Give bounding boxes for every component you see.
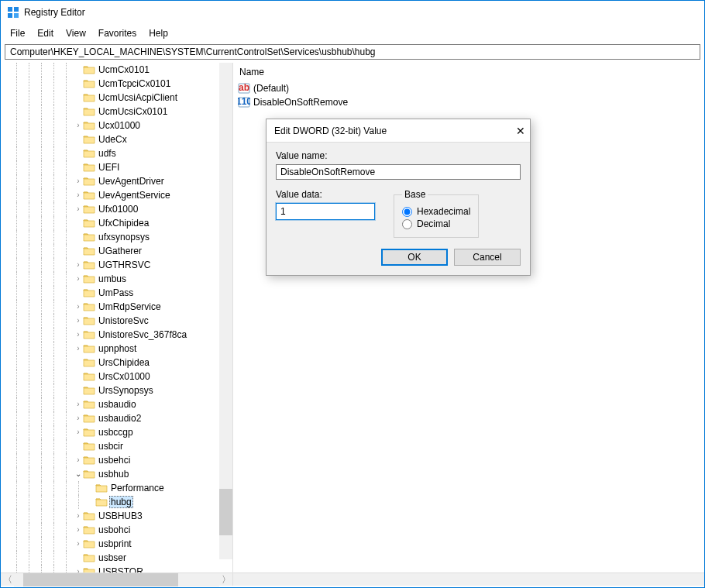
tree-item-label: usbhub (97, 469, 129, 480)
chevron-down-icon[interactable]: ⌄ (74, 469, 83, 479)
tree-item[interactable]: Performance (1, 481, 232, 495)
tree-item[interactable]: UcmUcsiAcpiClient (1, 91, 232, 105)
tree-item-label: UrsCx01000 (97, 371, 150, 382)
chevron-right-icon[interactable]: › (74, 525, 83, 535)
tree-item[interactable]: ›usbehci (1, 453, 232, 467)
tree-item[interactable]: UmPass (1, 286, 232, 300)
svg-text:ab: ab (239, 82, 249, 93)
folder-icon (83, 176, 95, 187)
menu-view[interactable]: View (60, 26, 92, 40)
chevron-right-icon[interactable]: › (74, 177, 83, 186)
tree-item[interactable]: UdeCx (1, 132, 232, 146)
list-row[interactable]: 110DisableOnSoftRemove (238, 95, 704, 109)
folder-icon (83, 566, 95, 573)
folder-icon (83, 538, 95, 549)
tree-item[interactable]: UcmUcsiCx0101 (1, 105, 232, 119)
tree-item-label: UcmTcpciCx0101 (97, 78, 170, 89)
tree-item-label: usbccgp (97, 427, 133, 438)
chevron-right-icon[interactable]: › (74, 400, 83, 409)
radio-dec[interactable]: Decimal (402, 218, 470, 229)
tree-item[interactable]: ›Ucx01000 (1, 119, 232, 132)
tree-item[interactable]: ›upnphost (1, 342, 232, 356)
tree-item[interactable]: ›usbaudio (1, 397, 232, 411)
chevron-right-icon[interactable]: › (74, 539, 83, 548)
tree-item[interactable]: ›UevAgentService (1, 188, 232, 202)
chevron-right-icon[interactable]: › (74, 330, 83, 339)
tree-item[interactable]: ›usbohci (1, 523, 232, 537)
menu-favorites[interactable]: Favorites (92, 26, 143, 40)
chevron-right-icon[interactable]: › (74, 344, 83, 353)
chevron-right-icon[interactable]: › (74, 316, 83, 325)
value-data-label: Value data: (276, 189, 375, 200)
tree-item[interactable]: UrsChipidea (1, 356, 232, 370)
tree-item[interactable]: ›umbus (1, 272, 232, 286)
folder-icon (83, 552, 95, 563)
scrollbar-thumb[interactable] (23, 573, 178, 586)
menu-file[interactable]: File (4, 26, 31, 40)
chevron-right-icon[interactable]: › (74, 511, 83, 521)
tree-item-label: UrsSynopsys (97, 385, 153, 396)
chevron-right-icon[interactable]: › (74, 121, 83, 130)
chevron-right-icon[interactable]: › (74, 456, 83, 465)
chevron-right-icon[interactable]: › (74, 205, 83, 214)
tree-item[interactable]: ufxsynopsys (1, 230, 232, 244)
tree-item[interactable]: usbser (1, 551, 232, 565)
tree-item[interactable]: UGatherer (1, 244, 232, 258)
tree-item[interactable]: ›UnistoreSvc_367f8ca (1, 328, 232, 342)
list-header-name[interactable]: Name (233, 63, 704, 81)
radio-dec-input[interactable] (402, 219, 412, 229)
tree-item[interactable]: ›UmRdpService (1, 300, 232, 314)
tree-horizontal-scrollbar[interactable]: 〈 〉 (1, 573, 232, 586)
tree-item[interactable]: ›UnistoreSvc (1, 314, 232, 328)
address-bar[interactable]: Computer\HKEY_LOCAL_MACHINE\SYSTEM\Curre… (5, 44, 700, 60)
menu-help[interactable]: Help (143, 26, 174, 40)
list-horizontal-scrollbar[interactable] (233, 573, 704, 586)
tree-item[interactable]: ›UevAgentDriver (1, 174, 232, 188)
tree-scroll[interactable]: UcmCx0101UcmTcpciCx0101UcmUcsiAcpiClient… (1, 63, 232, 573)
tree-item[interactable]: UfxChipidea (1, 216, 232, 230)
tree-item[interactable]: UrsSynopsys (1, 383, 232, 397)
menu-edit[interactable]: Edit (31, 26, 60, 40)
scrollbar-thumb[interactable] (219, 489, 232, 535)
scroll-right-icon[interactable]: 〉 (219, 573, 232, 586)
tree-item[interactable]: ›usbprint (1, 537, 232, 551)
cancel-button[interactable]: Cancel (454, 249, 521, 266)
tree-item[interactable]: hubg (1, 495, 232, 509)
tree-item[interactable]: ›Ufx01000 (1, 202, 232, 216)
tree-item[interactable]: ›usbccgp (1, 425, 232, 439)
tree-item-label: UGTHRSVC (97, 260, 150, 270)
radio-hex[interactable]: Hexadecimal (402, 206, 470, 217)
tree-item[interactable]: UcmCx0101 (1, 63, 232, 77)
list-row[interactable]: ab(Default) (238, 81, 704, 95)
tree-item[interactable]: ›UGTHRSVC (1, 258, 232, 272)
chevron-right-icon[interactable]: › (74, 260, 83, 270)
folder-icon (83, 413, 95, 424)
scroll-left-icon[interactable]: 〈 (1, 573, 14, 586)
close-icon[interactable]: ✕ (516, 125, 525, 137)
dialog-titlebar[interactable]: Edit DWORD (32-bit) Value ✕ (267, 119, 530, 143)
tree-item[interactable]: UrsCx01000 (1, 370, 232, 383)
folder-icon (83, 92, 95, 103)
radio-hex-input[interactable] (402, 207, 412, 217)
tree-item[interactable]: ⌄usbhub (1, 467, 232, 481)
chevron-right-icon[interactable]: › (74, 274, 83, 284)
chevron-right-icon[interactable]: › (74, 302, 83, 311)
ok-button[interactable]: OK (381, 249, 448, 266)
chevron-right-icon[interactable]: › (74, 428, 83, 437)
chevron-right-icon[interactable]: › (74, 191, 83, 200)
tree-item[interactable]: udfs (1, 146, 232, 160)
value-data-field[interactable] (276, 203, 375, 220)
chevron-right-icon[interactable]: › (74, 567, 83, 573)
folder-icon (83, 162, 95, 173)
value-name-field[interactable] (276, 164, 521, 180)
tree-vertical-scrollbar[interactable] (219, 63, 232, 559)
chevron-right-icon[interactable]: › (74, 414, 83, 423)
tree-item[interactable]: ›USBSTOR (1, 565, 232, 573)
tree-item-label: UcmCx0101 (97, 64, 150, 75)
tree-item[interactable]: UcmTcpciCx0101 (1, 77, 232, 91)
tree-item[interactable]: usbcir (1, 439, 232, 453)
tree-item[interactable]: ›usbaudio2 (1, 411, 232, 425)
tree-item[interactable]: ›USBHUB3 (1, 509, 232, 523)
tree-item[interactable]: UEFI (1, 160, 232, 174)
tree-item-label: ufxsynopsys (97, 232, 150, 242)
